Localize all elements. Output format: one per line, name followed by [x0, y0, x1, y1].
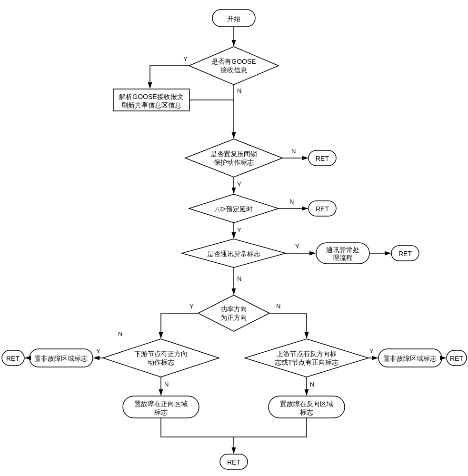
svg-text:接收信息: 接收信息 [220, 66, 247, 74]
svg-text:RET: RET [398, 250, 412, 258]
svg-text:RET: RET [227, 458, 240, 466]
decision-upstream-reverse: 上游节点有反方向标 志或T节点有正向标志 [245, 339, 368, 377]
svg-text:为正方向: 为正方向 [220, 314, 247, 321]
svg-text:保护动作标志: 保护动作标志 [214, 159, 254, 166]
svg-text:△t>预定延时: △t>预定延时 [215, 205, 252, 213]
edge [161, 418, 234, 437]
decision-goose-info: 是否有GOOSE 接收信息 [189, 47, 279, 85]
edge [161, 313, 198, 338]
decision-comm-error: 是否通讯异常标志 [182, 239, 286, 268]
svg-text:置故障在正向区域: 置故障在正向区域 [134, 400, 188, 407]
decision-downstream-forward: 下游节点有正方向 动作标志 [103, 339, 219, 377]
svg-text:N: N [276, 303, 280, 310]
svg-text:Y: Y [183, 55, 188, 62]
svg-text:N: N [289, 198, 294, 205]
svg-text:是否通讯异常标志: 是否通讯异常标志 [207, 250, 260, 258]
svg-text:Y: Y [295, 243, 299, 250]
svg-text:N: N [291, 148, 296, 155]
svg-text:Y: Y [189, 303, 194, 310]
svg-text:上游节点有反方向标: 上游节点有反方向标 [277, 350, 337, 357]
terminator-fault-reverse: 置故障在反向区域 标志 [269, 396, 345, 418]
ret-terminator-bottom: RET [220, 454, 248, 469]
svg-text:刷新共享信息区信息: 刷新共享信息区信息 [121, 101, 181, 109]
svg-text:置非故障区域标志: 置非故障区域标志 [34, 355, 88, 362]
svg-text:是否置复压闭锁: 是否置复压闭锁 [210, 150, 257, 158]
svg-text:通讯异常处: 通讯异常处 [326, 246, 359, 254]
svg-text:解析GOOSE接收报文: 解析GOOSE接收报文 [119, 93, 183, 100]
ret-terminator: RET [309, 150, 336, 166]
decision-voltage-lock: 是否置复压闭锁 保护动作标志 [185, 139, 282, 177]
svg-text:RET: RET [450, 355, 463, 362]
start-node: 开始 [212, 10, 255, 27]
svg-text:N: N [237, 87, 241, 94]
svg-text:N: N [237, 275, 241, 282]
svg-text:Y: Y [237, 181, 241, 188]
decision-power-direction: 功率方向 为正方向 [198, 295, 269, 331]
svg-text:Y: Y [96, 347, 100, 355]
svg-text:RET: RET [316, 155, 329, 162]
ret-terminator: RET [2, 350, 24, 366]
process-comm-error-handling: 通讯异常处 理流程 [316, 243, 369, 264]
svg-text:标志: 标志 [299, 408, 313, 416]
svg-text:动作标志: 动作标志 [148, 358, 174, 366]
terminator-fault-forward: 置故障在正向区域 标志 [123, 396, 199, 418]
process-parse-goose: 解析GOOSE接收报文 刷新共享信息区信息 [113, 89, 189, 111]
svg-text:置非故障区域标志: 置非故障区域标志 [383, 355, 437, 362]
svg-text:功率方向: 功率方向 [220, 305, 247, 313]
svg-text:置故障在反向区域: 置故障在反向区域 [280, 400, 333, 407]
svg-text:Y: Y [369, 347, 374, 355]
edge [269, 313, 307, 338]
terminator-non-fault-left: 置非故障区域标志 [30, 349, 93, 367]
svg-text:N: N [310, 381, 314, 388]
edge [234, 418, 307, 437]
terminator-non-fault-right: 置非故障区域标志 [378, 349, 442, 367]
start-label: 开始 [227, 15, 240, 22]
svg-text:RET: RET [6, 355, 20, 362]
ret-terminator: RET [391, 246, 419, 261]
decision-delta-t: △t>预定延时 [189, 194, 279, 223]
svg-text:是否有GOOSE: 是否有GOOSE [211, 58, 256, 65]
flowchart-diagram: 开始 是否有GOOSE 接收信息 Y 解析GOOSE接收报文 刷新共享信息区信息… [0, 0, 468, 476]
svg-text:Y: Y [237, 227, 241, 234]
svg-text:理流程: 理流程 [333, 254, 353, 261]
ret-terminator: RET [309, 201, 336, 216]
edge [150, 66, 189, 88]
svg-text:下游节点有正方向: 下游节点有正方向 [134, 350, 188, 357]
svg-text:志或T节点有正向标志: 志或T节点有正向标志 [275, 358, 339, 366]
svg-text:RET: RET [316, 205, 329, 213]
svg-text:N: N [164, 381, 169, 388]
svg-text:标志: 标志 [154, 408, 168, 416]
svg-text:N: N [118, 330, 122, 337]
ret-terminator: RET [447, 350, 467, 366]
